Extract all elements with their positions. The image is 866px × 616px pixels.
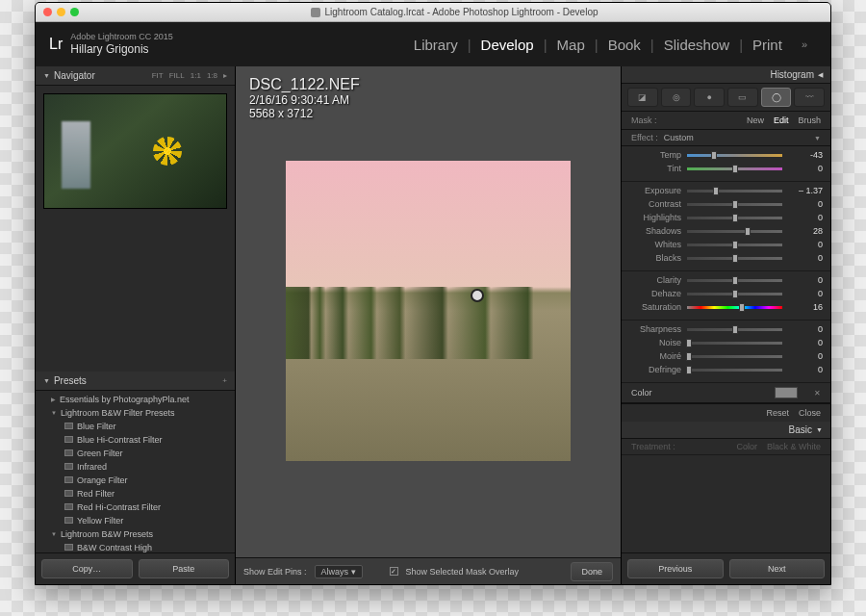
slider-handle[interactable] xyxy=(732,241,738,249)
slider-handle[interactable] xyxy=(732,325,738,334)
slider-track[interactable] xyxy=(687,342,782,345)
slider-value[interactable]: 0 xyxy=(788,289,823,298)
module-library[interactable]: Library xyxy=(404,37,468,53)
preset-item[interactable]: Red Hi-Contrast Filter xyxy=(36,500,235,514)
slider-handle[interactable] xyxy=(745,227,751,236)
preset-item[interactable]: Green Filter xyxy=(36,447,235,460)
module-develop[interactable]: Develop xyxy=(471,37,544,53)
slider-value[interactable]: 16 xyxy=(788,302,823,312)
slider-track[interactable] xyxy=(687,154,782,157)
slider-handle[interactable] xyxy=(686,339,692,347)
slider-value[interactable]: 0 xyxy=(788,199,823,209)
zoom-11[interactable]: 1:1 xyxy=(191,71,201,80)
tool-radial[interactable]: ◯ xyxy=(761,88,792,107)
tool-redeye[interactable]: ● xyxy=(694,88,725,107)
presets-header[interactable]: ▼ Presets + xyxy=(36,372,235,391)
slider-value[interactable]: – 1.37 xyxy=(788,186,823,195)
preset-item[interactable]: Blue Filter xyxy=(36,420,235,433)
minimize-icon[interactable] xyxy=(57,8,65,16)
slider-value[interactable]: 0 xyxy=(788,324,823,334)
module-print[interactable]: Print xyxy=(743,37,792,53)
close-x-icon[interactable]: ✕ xyxy=(802,389,821,398)
preset-group[interactable]: ▶Essentials by PhotographyPla.net xyxy=(36,393,235,406)
zoom-18[interactable]: 1:8 xyxy=(207,71,217,80)
slider-handle[interactable] xyxy=(732,276,738,285)
preset-item[interactable]: Infrared xyxy=(36,460,235,474)
histogram-header[interactable]: Histogram◀ xyxy=(622,66,830,84)
tool-grad[interactable]: ▭ xyxy=(727,88,758,107)
preset-group[interactable]: ▼Lightroom B&W Filter Presets xyxy=(36,406,235,420)
add-preset-icon[interactable]: + xyxy=(222,376,227,385)
chevron-down-icon[interactable]: ▼ xyxy=(814,135,821,141)
basic-header[interactable]: Basic▼ xyxy=(622,422,830,439)
navigator-header[interactable]: ▼ Navigator FITFILL1:11:8 ▸ xyxy=(36,66,235,86)
module-map[interactable]: Map xyxy=(548,37,595,53)
done-button[interactable]: Done xyxy=(571,562,613,581)
slider-value[interactable]: -43 xyxy=(788,150,823,160)
preset-group[interactable]: ▼Lightroom B&W Presets xyxy=(36,527,235,541)
slider-handle[interactable] xyxy=(732,290,738,298)
slider-handle[interactable] xyxy=(732,200,738,209)
preset-item[interactable]: Yellow Filter xyxy=(36,514,235,527)
slider-handle[interactable] xyxy=(686,352,692,361)
mask-overlay-checkbox[interactable]: ✓ xyxy=(390,567,398,576)
slider-value[interactable]: 0 xyxy=(788,240,823,249)
color-swatch[interactable] xyxy=(775,387,798,398)
tool-brush[interactable]: 〰 xyxy=(794,88,825,107)
slider-handle[interactable] xyxy=(711,151,717,160)
slider-track[interactable] xyxy=(687,190,782,192)
pins-select[interactable]: Always ▾ xyxy=(315,565,363,578)
slider-value[interactable]: 0 xyxy=(788,365,823,374)
slider-track[interactable] xyxy=(687,203,782,206)
slider-value[interactable]: 0 xyxy=(788,164,823,173)
slider-value[interactable]: 28 xyxy=(788,226,823,236)
slider-track[interactable] xyxy=(687,279,782,282)
slider-track[interactable] xyxy=(687,306,782,309)
module-book[interactable]: Book xyxy=(599,37,650,53)
slider-track[interactable] xyxy=(687,230,782,233)
slider-value[interactable]: 0 xyxy=(788,338,823,347)
preset-item[interactable]: B&W Contrast High xyxy=(36,541,235,553)
slider-track[interactable] xyxy=(687,217,782,219)
zoom-fit[interactable]: FIT xyxy=(152,71,164,80)
tool-spot[interactable]: ◎ xyxy=(661,88,692,107)
slider-track[interactable] xyxy=(687,167,782,170)
preset-item[interactable]: Blue Hi-Contrast Filter xyxy=(36,433,235,447)
zoom-icon[interactable] xyxy=(70,8,79,16)
reset-button[interactable]: Reset xyxy=(766,408,789,418)
slider-handle[interactable] xyxy=(739,303,745,312)
slider-handle[interactable] xyxy=(713,187,719,195)
slider-handle[interactable] xyxy=(686,366,692,374)
treatment-color[interactable]: Color xyxy=(736,442,757,451)
copy-button[interactable]: Copy… xyxy=(41,559,133,578)
slider-value[interactable]: 0 xyxy=(788,213,823,222)
navigator-preview[interactable] xyxy=(43,93,227,209)
paste-button[interactable]: Paste xyxy=(139,559,230,578)
close-icon[interactable] xyxy=(43,8,52,16)
slider-value[interactable]: 0 xyxy=(788,351,823,361)
treatment-bw[interactable]: Black & White xyxy=(767,442,821,451)
slider-handle[interactable] xyxy=(732,214,738,222)
preset-item[interactable]: Orange Filter xyxy=(36,474,235,487)
close-button[interactable]: Close xyxy=(799,408,821,418)
slider-handle[interactable] xyxy=(732,254,738,263)
slider-track[interactable] xyxy=(687,257,782,260)
slider-track[interactable] xyxy=(687,355,782,358)
mask-brush[interactable]: Brush xyxy=(798,116,821,125)
previous-button[interactable]: Previous xyxy=(627,559,724,578)
slider-track[interactable] xyxy=(687,369,782,372)
image-canvas[interactable] xyxy=(259,130,598,548)
next-button[interactable]: Next xyxy=(729,559,826,578)
slider-track[interactable] xyxy=(687,328,782,331)
slider-value[interactable]: 0 xyxy=(788,253,823,263)
zoom-fill[interactable]: FILL xyxy=(169,71,185,80)
effect-dropdown[interactable]: Custom xyxy=(664,133,694,142)
slider-handle[interactable] xyxy=(732,165,738,173)
tool-crop[interactable]: ◪ xyxy=(627,88,658,107)
mask-new[interactable]: New xyxy=(747,116,764,125)
slider-track[interactable] xyxy=(687,293,782,295)
module-slideshow[interactable]: Slideshow xyxy=(654,37,739,53)
slider-value[interactable]: 0 xyxy=(788,275,823,285)
slider-track[interactable] xyxy=(687,244,782,246)
preset-item[interactable]: Red Filter xyxy=(36,487,235,500)
